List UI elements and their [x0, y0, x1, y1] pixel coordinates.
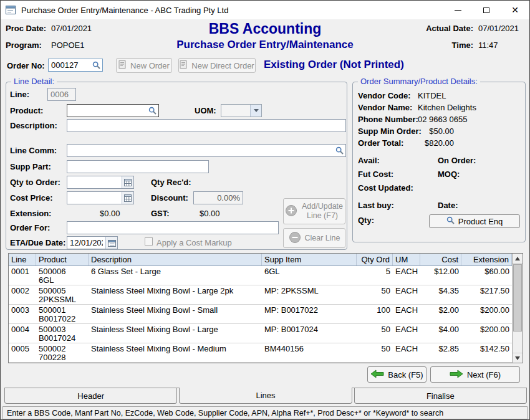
supp-min-order-label: Supp Min Order:	[358, 126, 422, 136]
qty-to-order-field[interactable]	[67, 176, 134, 189]
qty-to-order-label: Qty to Order:	[10, 178, 60, 187]
line-detail-group: Line Detail: Line: Product: UOM: Descrip…	[6, 82, 347, 250]
apply-cost-markup-label: Apply a Cost Markup	[157, 238, 232, 247]
table-row[interactable]: 0005 500002 700228 Stainless Steel Mixin…	[9, 343, 512, 363]
order-total-value: $820.00	[418, 138, 454, 148]
calculator-icon[interactable]	[122, 192, 133, 204]
minimize-button[interactable]	[443, 1, 472, 19]
supp-part-input[interactable]	[67, 161, 208, 173]
new-direct-order-button[interactable]: New Direct Order	[178, 58, 256, 73]
line-comm-field[interactable]	[67, 144, 346, 157]
tab-finalise[interactable]: Finalise	[354, 388, 527, 404]
order-for-field[interactable]	[67, 221, 279, 234]
add-update-line-label: Add/Update Line (F7)	[301, 202, 344, 221]
chevron-down-icon[interactable]	[250, 105, 261, 117]
close-button[interactable]: ✕	[501, 1, 529, 19]
product-enq-button[interactable]: Product Enq	[429, 214, 520, 228]
scrollbar-thumb[interactable]	[513, 264, 522, 332]
line-comm-label: Line Comm:	[10, 146, 57, 155]
actual-date-label: Actual Date:	[421, 24, 473, 33]
add-update-line-button[interactable]: Add/Update Line (F7)	[283, 198, 345, 224]
order-for-input[interactable]	[67, 222, 278, 234]
titlebar: Purchase Order Entry/Maintenance - ABC T…	[1, 1, 529, 19]
phone-number-label: Phone Number:	[358, 115, 418, 124]
cell-qty: 5	[357, 266, 393, 285]
back-button[interactable]: Back (F5)	[367, 366, 426, 383]
table-row[interactable]: 0002 500005 2PKSSML Stainless Steel Mixi…	[9, 285, 512, 305]
table-row[interactable]: 0003 500001 B0017022 Stainless Steel Mix…	[9, 305, 512, 324]
search-icon[interactable]	[334, 145, 345, 156]
tab-lines[interactable]: Lines	[179, 388, 352, 404]
cost-price-input[interactable]	[67, 192, 122, 204]
time-label: Time:	[421, 41, 473, 50]
document-icon	[118, 60, 127, 70]
cell-product: 500003 B0017024	[36, 324, 89, 343]
cell-cost: $2.00	[420, 305, 461, 323]
next-button[interactable]: Next (F6)	[430, 366, 520, 383]
cell-qty: 50	[357, 343, 393, 362]
app-window: Purchase Order Entry/Maintenance - ABC T…	[0, 0, 530, 420]
supp-part-field[interactable]	[67, 160, 209, 173]
cell-um: EACH	[393, 343, 420, 362]
cell-description: Stainless Steel Mixing Bowl - Large 2pk	[89, 285, 262, 304]
product-alt-code: 6GL	[39, 276, 86, 285]
last-buy-label: Last buy:	[358, 201, 394, 210]
qty-recd-label: Qty Rec'd:	[151, 178, 191, 187]
app-icon	[6, 5, 17, 15]
cell-qty: 100	[357, 305, 393, 323]
search-icon[interactable]	[90, 59, 102, 71]
apply-cost-markup-checkbox[interactable]	[145, 237, 153, 246]
discount-field[interactable]	[193, 191, 243, 204]
search-icon[interactable]	[147, 105, 158, 117]
minimize-icon	[455, 10, 461, 11]
description-input[interactable]	[67, 120, 345, 131]
vertical-scrollbar[interactable]	[512, 254, 523, 363]
product-code: 500002	[39, 345, 86, 353]
cell-product: 500002 700228	[36, 343, 89, 362]
cost-price-field[interactable]	[67, 191, 134, 204]
order-no-field[interactable]	[48, 59, 103, 72]
cell-cost: $4.35	[420, 285, 461, 304]
cell-qty: 50	[357, 285, 393, 304]
product-label: Product:	[10, 106, 43, 115]
clear-line-button[interactable]: Clear Line	[283, 228, 345, 248]
maximize-button[interactable]	[472, 1, 501, 19]
col-um: UM	[393, 254, 420, 265]
order-no-input[interactable]	[49, 59, 90, 71]
tab-header[interactable]: Header	[4, 388, 177, 404]
order-summary-title: Order Summary/Product Details:	[358, 77, 480, 86]
eta-due-date-input[interactable]	[67, 237, 105, 249]
line-input	[48, 88, 75, 100]
order-total-label: Order Total:	[358, 138, 403, 148]
product-field[interactable]	[67, 104, 159, 117]
cell-description: Stainless Steel Mixing Bowl - Large	[89, 324, 262, 343]
uom-select[interactable]	[221, 104, 262, 117]
col-product: Product	[36, 254, 89, 265]
discount-input[interactable]	[194, 192, 243, 204]
order-no-label: Order No:	[7, 61, 45, 70]
line-comm-input[interactable]	[67, 145, 334, 156]
table-row[interactable]: 0004 500003 B0017024 Stainless Steel Mix…	[9, 324, 512, 343]
table-header: Line Product Description Supp Item Qty O…	[9, 254, 512, 266]
scroll-up-button[interactable]	[513, 254, 523, 264]
scroll-down-icon	[515, 356, 520, 360]
description-field[interactable]	[67, 119, 346, 132]
vendor-code-label: Vendor Code:	[358, 91, 411, 100]
calculator-icon[interactable]	[122, 176, 133, 188]
eta-due-date-field[interactable]	[67, 236, 118, 249]
scroll-down-button[interactable]	[513, 353, 523, 363]
product-alt-code: 700228	[39, 353, 86, 362]
cell-line: 0005	[9, 343, 36, 362]
cell-description: 6 Glass Set - Large	[89, 266, 262, 285]
arrow-left-icon	[370, 370, 384, 380]
table-row[interactable]: 0001 500006 6GL 6 Glass Set - Large 6GL …	[9, 266, 512, 285]
scroll-up-icon	[515, 257, 520, 260]
new-order-button[interactable]: New Order	[116, 58, 172, 73]
tab-header-label: Header	[77, 391, 104, 401]
extension-label: Extension:	[10, 209, 51, 218]
product-input[interactable]	[67, 105, 147, 117]
calendar-icon[interactable]	[105, 237, 117, 249]
cell-supp-item: MP: B0017024	[262, 324, 357, 343]
qty-to-order-input[interactable]	[67, 176, 122, 188]
qty-label: Qty:	[358, 216, 374, 225]
